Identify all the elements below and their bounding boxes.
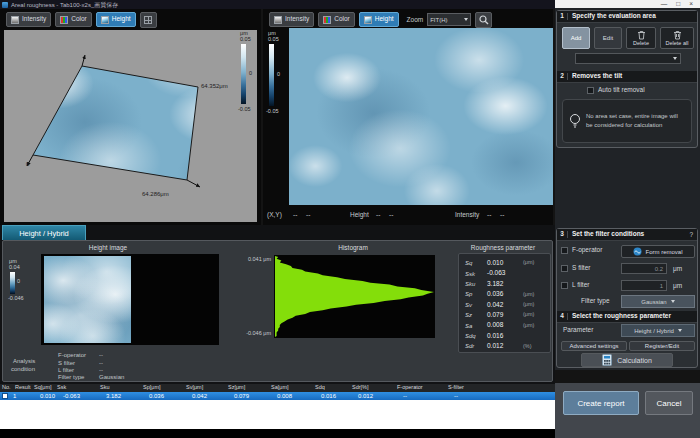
chevron-down-icon (678, 329, 682, 332)
col-header[interactable]: Ssk (57, 385, 66, 391)
row-cell: -0.063 (63, 393, 80, 399)
delete-all-areas-button[interactable]: Delete all (660, 27, 694, 49)
parameter-dropdown[interactable]: Height / Hybrid (621, 324, 695, 337)
col-header[interactable]: Sp[μm] (143, 385, 161, 391)
l-filter-input[interactable]: 1 (621, 280, 667, 291)
grid-icon (144, 16, 152, 24)
tab-height-hybrid[interactable]: Height / Hybrid (2, 225, 86, 240)
analysis-panel: Height / Hybrid Height image μm 0.04 0 -… (0, 225, 555, 384)
color-view-button[interactable]: Color (55, 12, 92, 27)
chevron-down-icon (671, 300, 675, 303)
advanced-settings-button[interactable]: Advanced settings (561, 341, 627, 351)
param-unit: (μm) (523, 302, 534, 308)
cancel-button[interactable]: Cancel (645, 391, 693, 415)
cond-value: Gaussian (99, 374, 124, 380)
row-checkbox[interactable]: ✓ (2, 393, 8, 399)
param-row: Ssk-0.063 (459, 268, 550, 278)
colorbar-3d-mid: 0 (249, 71, 252, 77)
col-header[interactable]: S-filter (448, 385, 464, 391)
col-header[interactable]: Sdq (315, 385, 325, 391)
col-header[interactable]: F-operator (397, 385, 423, 391)
l-filter-checkbox[interactable] (561, 282, 568, 289)
param-name: Sku (459, 281, 487, 287)
row-number: 1 (13, 393, 16, 399)
col-header[interactable]: Sa[μm] (271, 385, 289, 391)
intensity-view-button-2d[interactable]: Intensity (269, 12, 314, 27)
col-header[interactable]: Sz[μm] (228, 385, 245, 391)
param-name: Sa (459, 323, 487, 329)
maximize-button[interactable]: □ (676, 1, 680, 8)
create-report-button[interactable]: Create report (563, 391, 639, 415)
height-view-button-2d[interactable]: Height (359, 12, 399, 27)
s-filter-checkbox[interactable] (561, 265, 568, 272)
minimize-button[interactable]: — (661, 1, 668, 8)
auto-tilt-checkbox[interactable] (587, 87, 594, 94)
colorbar-analysis-gradient (10, 272, 15, 294)
height-image (44, 256, 131, 343)
col-header[interactable]: Sku (100, 385, 109, 391)
height-readout-label: Height (350, 211, 369, 218)
col-header[interactable]: Sdr[%] (352, 385, 369, 391)
axis-label-y: 64.352μm (201, 83, 228, 89)
zoom-select[interactable]: FIT(H) (427, 13, 471, 26)
help-icon[interactable]: ? (689, 231, 697, 238)
height-view-label: Height (112, 16, 131, 23)
intensity-icon (274, 16, 282, 24)
magnifier-icon (479, 15, 489, 25)
s-filter-unit: μm (673, 266, 682, 273)
chevron-down-icon (464, 18, 468, 21)
parameter-label: Parameter (563, 327, 593, 334)
param-row: Sz0.079(μm) (459, 310, 550, 320)
param-value: 3.182 (487, 281, 523, 288)
delete-area-button[interactable]: Delete (626, 27, 656, 49)
row-cell: -- (454, 393, 458, 399)
row-cell: 0.010 (40, 393, 55, 399)
analysis-condition-label-2: condition (11, 366, 35, 372)
col-header[interactable]: Result (15, 385, 31, 391)
application-window: Areal roughness - Tab100-x2s_画質保存 — □ × … (0, 0, 700, 438)
s-filter-input[interactable]: 0.2 (621, 263, 667, 274)
colorbar-analysis-mid: 0 (17, 279, 20, 285)
height-map-2d-view[interactable] (289, 28, 553, 205)
surface-3d-view[interactable]: 64.352μm 64.286μm 0 μm 0.05 0 -0.05 (4, 30, 257, 222)
register-edit-button[interactable]: Register/Edit (629, 341, 695, 351)
hint-box: No area set case, entire image will be c… (562, 99, 692, 143)
col-header[interactable]: No. (2, 385, 11, 391)
col-header[interactable]: Sq[μm] (34, 385, 52, 391)
step2-number: 2 (557, 73, 568, 80)
step-group-3-4: 3 Set the filter conditions ? F-operator… (556, 228, 698, 368)
colorbar-3d-gradient (241, 44, 246, 104)
viewer-2d-toolbar: Intensity Color Height Zoom FIT(H) (263, 9, 553, 28)
chevron-down-icon (673, 57, 677, 60)
table-row[interactable]: ✓ 1 0.010 -0.063 3.182 0.036 0.042 0.079… (0, 392, 555, 400)
param-row: Sdr0.012(%) (459, 341, 550, 351)
intensity-icon (11, 16, 19, 24)
color-view-button-2d[interactable]: Color (318, 12, 355, 27)
edit-area-button[interactable]: Edit (594, 27, 622, 49)
add-area-button[interactable]: Add (562, 27, 590, 49)
axis-label-origin: 0 (26, 161, 29, 167)
color-icon (323, 16, 331, 24)
display-settings-button[interactable] (140, 12, 157, 28)
create-report-label: Create report (577, 399, 624, 408)
intensity-view-button[interactable]: Intensity (6, 12, 51, 27)
f-operator-checkbox[interactable] (561, 247, 568, 254)
magnifier-button[interactable] (475, 12, 492, 28)
calculation-button[interactable]: Calculation (581, 353, 673, 367)
filter-type-dropdown[interactable]: Gaussian (621, 295, 695, 308)
param-unit: (μm) (523, 323, 534, 329)
xy-readout-label: (X,Y) (267, 211, 282, 218)
app-icon (2, 2, 8, 8)
row-cell: 0.008 (277, 393, 292, 399)
area-select-dropdown[interactable] (575, 53, 681, 64)
form-removal-button[interactable]: Form removal (621, 245, 695, 258)
colorbar-analysis-min: -0.046 (8, 296, 24, 302)
close-button[interactable]: × (689, 1, 693, 8)
color-view-label: Color (71, 16, 87, 23)
table-empty-area (0, 400, 555, 429)
col-header[interactable]: Sv[μm] (186, 385, 203, 391)
tab-height-hybrid-label: Height / Hybrid (19, 229, 69, 238)
height-image-canvas[interactable] (41, 254, 219, 345)
cond-name: Filter type (58, 374, 84, 380)
height-view-button[interactable]: Height (96, 12, 136, 27)
